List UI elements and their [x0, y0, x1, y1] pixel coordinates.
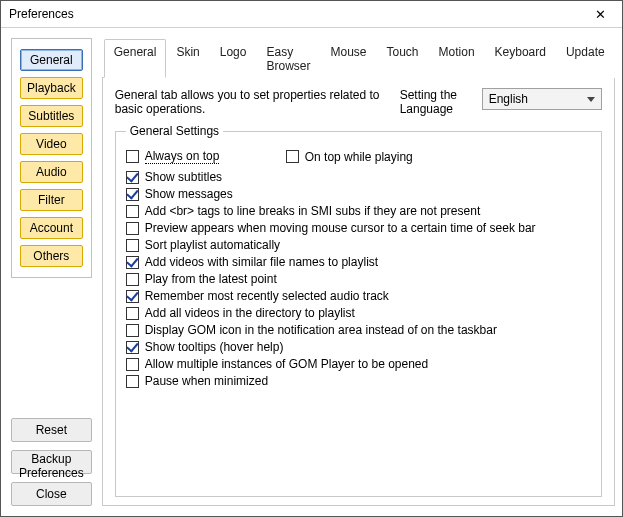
window-title: Preferences: [9, 7, 74, 21]
checkbox-box: [126, 341, 139, 354]
sidebar-item-filter[interactable]: Filter: [20, 189, 83, 211]
category-list: General Playback Subtitles Video Audio F…: [11, 38, 92, 278]
checkbox-sort-playlist[interactable]: Sort playlist automatically: [126, 238, 591, 252]
checkbox-box: [126, 273, 139, 286]
checkbox-notification-icon[interactable]: Display GOM icon in the notification are…: [126, 323, 591, 337]
tab-keyboard[interactable]: Keyboard: [485, 39, 556, 78]
checkbox-on-top-while-playing[interactable]: On top while playing: [286, 149, 413, 164]
checkbox-box: [126, 324, 139, 337]
checkbox-label: Pause when minimized: [145, 374, 268, 388]
sidebar-item-others[interactable]: Others: [20, 245, 83, 267]
tab-easy-browser[interactable]: Easy Browser: [256, 39, 320, 78]
language-select[interactable]: English: [482, 88, 602, 110]
sidebar-item-account[interactable]: Account: [20, 217, 83, 239]
backup-button[interactable]: Backup Preferences: [11, 450, 92, 474]
close-button[interactable]: Close: [11, 482, 92, 506]
language-label: Setting the Language: [400, 88, 468, 116]
checkbox-box: [126, 358, 139, 371]
checkbox-label: Display GOM icon in the notification are…: [145, 323, 497, 337]
checkbox-box: [126, 222, 139, 235]
checkbox-box: [286, 150, 299, 163]
left-column: General Playback Subtitles Video Audio F…: [11, 38, 92, 506]
checkbox-add-br-tags[interactable]: Add <br> tags to line breaks in SMI subs…: [126, 204, 591, 218]
sidebar-item-audio[interactable]: Audio: [20, 161, 83, 183]
checkbox-box: [126, 171, 139, 184]
checkbox-label: Always on top: [145, 149, 220, 164]
tab-logo[interactable]: Logo: [210, 39, 257, 78]
checkbox-box: [126, 307, 139, 320]
checkbox-multiple-instances[interactable]: Allow multiple instances of GOM Player t…: [126, 357, 591, 371]
checkbox-pause-minimized[interactable]: Pause when minimized: [126, 374, 591, 388]
checkbox-label: Play from the latest point: [145, 272, 277, 286]
checkbox-box: [126, 256, 139, 269]
client-area: General Playback Subtitles Video Audio F…: [1, 28, 622, 516]
checkbox-label: Add <br> tags to line breaks in SMI subs…: [145, 204, 481, 218]
preferences-window: Preferences ✕ General Playback Subtitles…: [0, 0, 623, 517]
tab-skin[interactable]: Skin: [166, 39, 209, 78]
tab-motion[interactable]: Motion: [429, 39, 485, 78]
checkbox-seekbar-preview[interactable]: Preview appears when moving mouse cursor…: [126, 221, 591, 235]
tab-description: General tab allows you to set properties…: [115, 88, 386, 116]
checkbox-box: [126, 188, 139, 201]
tab-mouse[interactable]: Mouse: [320, 39, 376, 78]
top-row: Always on top On top while playing: [126, 146, 591, 167]
checkbox-show-tooltips[interactable]: Show tooltips (hover help): [126, 340, 591, 354]
checkbox-box: [126, 239, 139, 252]
checkbox-box: [126, 205, 139, 218]
checkbox-label: Allow multiple instances of GOM Player t…: [145, 357, 428, 371]
checkbox-box: [126, 150, 139, 163]
tab-touch[interactable]: Touch: [377, 39, 429, 78]
general-settings-group: General Settings Always on top On top wh…: [115, 124, 602, 497]
checkbox-always-on-top[interactable]: Always on top: [126, 149, 276, 164]
sidebar-item-video[interactable]: Video: [20, 133, 83, 155]
checkbox-box: [126, 375, 139, 388]
tab-strip: General Skin Logo Easy Browser Mouse Tou…: [102, 38, 615, 78]
sidebar-item-general[interactable]: General: [20, 49, 83, 71]
tab-update[interactable]: Update: [556, 39, 615, 78]
checkbox-label: Add all videos in the directory to playl…: [145, 306, 355, 320]
checkbox-label: Show subtitles: [145, 170, 222, 184]
close-icon[interactable]: ✕: [584, 4, 616, 24]
checkbox-label: Add videos with similar file names to pl…: [145, 255, 378, 269]
checkbox-label: Preview appears when moving mouse cursor…: [145, 221, 536, 235]
language-value: English: [489, 92, 528, 106]
titlebar: Preferences ✕: [1, 1, 622, 28]
checkbox-label: On top while playing: [305, 150, 413, 164]
tab-general[interactable]: General: [104, 39, 167, 78]
checkbox-show-subtitles[interactable]: Show subtitles: [126, 170, 591, 184]
intro-row: General tab allows you to set properties…: [115, 88, 602, 116]
main-panel: General Skin Logo Easy Browser Mouse Tou…: [102, 38, 615, 506]
checkbox-add-similar-videos[interactable]: Add videos with similar file names to pl…: [126, 255, 591, 269]
tab-content: General tab allows you to set properties…: [102, 78, 615, 506]
sidebar-item-subtitles[interactable]: Subtitles: [20, 105, 83, 127]
checkbox-box: [126, 290, 139, 303]
checkbox-remember-audio-track[interactable]: Remember most recently selected audio tr…: [126, 289, 591, 303]
sidebar-item-playback[interactable]: Playback: [20, 77, 83, 99]
checkbox-label: Show tooltips (hover help): [145, 340, 284, 354]
checkbox-add-directory-videos[interactable]: Add all videos in the directory to playl…: [126, 306, 591, 320]
checkbox-play-latest-point[interactable]: Play from the latest point: [126, 272, 591, 286]
reset-button[interactable]: Reset: [11, 418, 92, 442]
checkbox-label: Remember most recently selected audio tr…: [145, 289, 389, 303]
checkbox-show-messages[interactable]: Show messages: [126, 187, 591, 201]
checkbox-label: Show messages: [145, 187, 233, 201]
checkbox-label: Sort playlist automatically: [145, 238, 280, 252]
group-title: General Settings: [126, 124, 223, 138]
